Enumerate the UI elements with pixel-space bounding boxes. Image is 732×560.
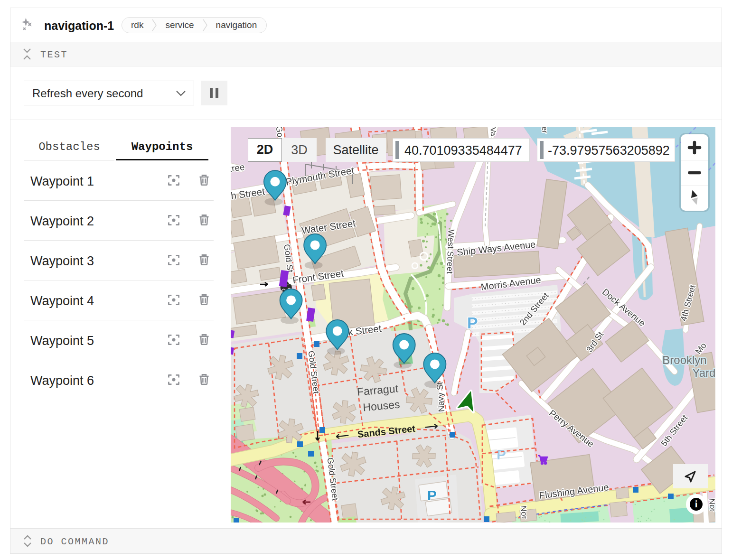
svg-text:P: P [467,314,478,332]
svg-text:West Street: West Street [445,229,456,274]
svg-text:Nor: Nor [519,505,529,519]
svg-text:P: P [427,487,437,503]
svg-text:er: er [540,127,549,134]
svg-text:Yard: Yard [693,366,715,379]
svg-text:Go: Go [274,127,285,138]
svg-text:Nor: Nor [707,498,715,512]
svg-text:Va: Va [489,127,498,137]
svg-text:P: P [497,447,506,462]
svg-text:Brooklyn: Brooklyn [662,354,706,366]
